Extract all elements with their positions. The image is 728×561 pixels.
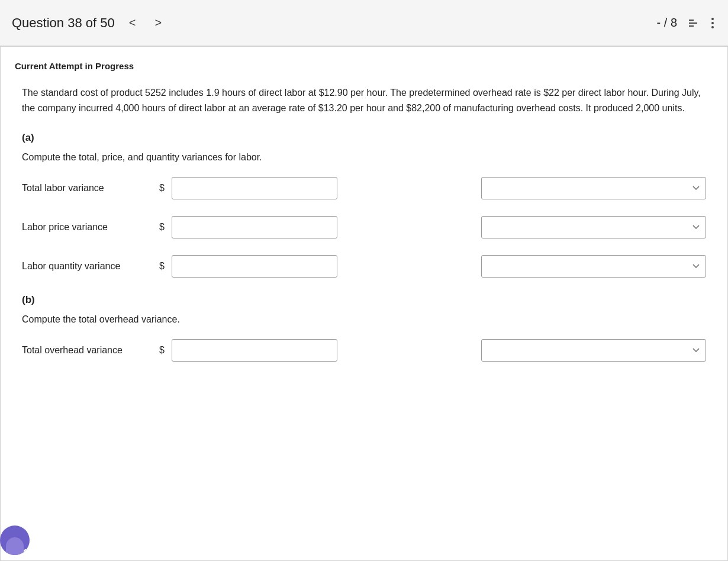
attempt-banner: Current Attempt in Progress bbox=[15, 61, 713, 73]
problem-text: The standard cost of product 5252 includ… bbox=[15, 85, 713, 115]
dot-1 bbox=[711, 18, 714, 20]
content-area: Current Attempt in Progress The standard… bbox=[0, 46, 728, 561]
labor-price-select[interactable]: Favorable Unfavorable bbox=[481, 216, 706, 238]
total-labor-row: Total labor variance $ Favorable Unfavor… bbox=[22, 177, 706, 199]
total-overhead-row: Total overhead variance $ Favorable Unfa… bbox=[22, 339, 706, 362]
page-header: Question 38 of 50 < > - / 8 bbox=[0, 0, 728, 46]
list-icon[interactable] bbox=[689, 20, 697, 27]
total-labor-dollar: $ bbox=[159, 183, 165, 194]
labor-quantity-label: Labor quantity variance bbox=[22, 261, 152, 272]
total-overhead-label: Total overhead variance bbox=[22, 345, 152, 356]
score-display: - / 8 bbox=[657, 16, 677, 30]
list-line-3 bbox=[689, 25, 694, 27]
labor-quantity-dollar: $ bbox=[159, 261, 165, 272]
header-left: Question 38 of 50 < > bbox=[12, 14, 166, 32]
labor-price-input[interactable] bbox=[172, 216, 337, 238]
list-line-2 bbox=[689, 22, 697, 24]
total-overhead-input[interactable] bbox=[172, 339, 337, 362]
total-labor-select[interactable]: Favorable Unfavorable bbox=[481, 177, 706, 199]
labor-quantity-select[interactable]: Favorable Unfavorable bbox=[481, 255, 706, 278]
labor-price-dollar: $ bbox=[159, 222, 165, 233]
avatar bbox=[0, 525, 30, 555]
more-options-icon[interactable] bbox=[709, 15, 716, 31]
labor-quantity-row: Labor quantity variance $ Favorable Unfa… bbox=[22, 255, 706, 278]
labor-price-label: Labor price variance bbox=[22, 222, 152, 233]
header-right: - / 8 bbox=[657, 15, 716, 31]
avatar-face bbox=[6, 537, 24, 555]
total-labor-label: Total labor variance bbox=[22, 183, 152, 194]
part-a-table: Total labor variance $ Favorable Unfavor… bbox=[15, 177, 713, 278]
avatar-status-dot bbox=[24, 549, 28, 554]
dot-2 bbox=[711, 22, 714, 24]
part-b-label: (b) bbox=[15, 294, 713, 306]
next-button[interactable]: > bbox=[150, 14, 166, 32]
labor-quantity-input[interactable] bbox=[172, 255, 337, 278]
part-a-label: (a) bbox=[15, 132, 713, 144]
labor-price-row: Labor price variance $ Favorable Unfavor… bbox=[22, 216, 706, 238]
part-b-instruction: Compute the total overhead variance. bbox=[15, 314, 713, 325]
prev-button[interactable]: < bbox=[124, 14, 141, 32]
dot-3 bbox=[711, 26, 714, 28]
total-labor-input[interactable] bbox=[172, 177, 337, 199]
question-title: Question 38 of 50 bbox=[12, 15, 115, 31]
part-b-table: Total overhead variance $ Favorable Unfa… bbox=[15, 339, 713, 362]
avatar-container bbox=[0, 525, 36, 561]
total-overhead-select[interactable]: Favorable Unfavorable bbox=[481, 339, 706, 362]
list-line-1 bbox=[689, 20, 694, 21]
part-a-instruction: Compute the total, price, and quantity v… bbox=[15, 152, 713, 163]
total-overhead-dollar: $ bbox=[159, 345, 165, 356]
